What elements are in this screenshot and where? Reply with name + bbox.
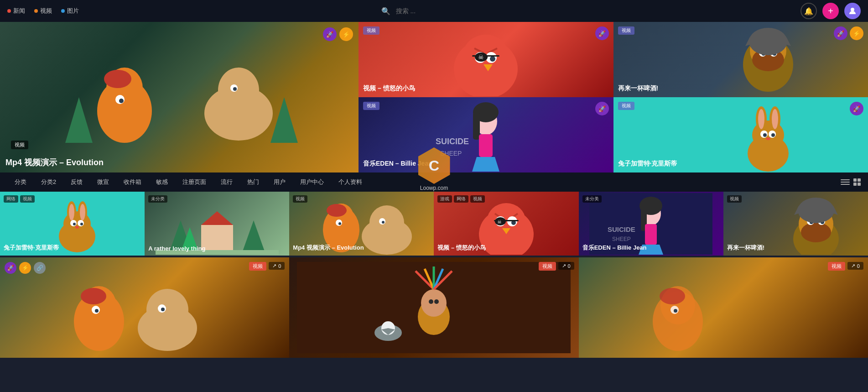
sub-title-3: 音乐EDEN – Billie Jean <box>363 160 432 168</box>
svg-point-121 <box>421 289 447 317</box>
svg-point-46 <box>758 109 764 129</box>
svg-rect-37 <box>473 112 480 140</box>
card-1-title: A rather lovely thing <box>148 245 286 252</box>
nav-item-news[interactable]: 新闻 <box>7 7 25 15</box>
share-count-0: 0 <box>278 263 281 269</box>
share-icon-0: ↗ <box>272 263 276 269</box>
subnav-sensitive[interactable]: 敏感 <box>149 172 175 192</box>
hero-sub-2[interactable]: 视频 再来一杯啤酒! 🚀 ⚡ <box>613 22 868 97</box>
hero-sub-4[interactable]: 视频 兔子加雷特·克里斯蒂 🚀 <box>613 97 868 172</box>
svg-point-127 <box>429 299 433 304</box>
bottom-card-2[interactable]: 视频 ↗ 0 <box>579 257 868 358</box>
svg-point-51 <box>771 133 775 137</box>
content-card-5[interactable]: 视频 再来一杯啤酒! <box>723 192 868 256</box>
hero-flash-button[interactable]: ⚡ <box>339 27 353 41</box>
svg-point-32 <box>749 28 787 55</box>
svg-rect-132 <box>587 262 860 353</box>
bottom-card-0[interactable]: 🚀 ⚡ 🔗 视频 ↗ 0 <box>0 257 289 358</box>
content-card-3[interactable]: ☠ 游戏 网络 视频 视频 – 愤怒的小鸟 <box>434 192 578 256</box>
svg-point-101 <box>801 222 831 242</box>
hero-main-title: Mp4 视频演示 – Evolution <box>5 158 104 167</box>
card-3-tag-1: 网络 <box>454 195 468 203</box>
sub-rocket-4[interactable]: 🚀 <box>850 102 863 115</box>
subnav-feedback[interactable]: 反馈 <box>63 172 90 192</box>
sub-badge-2: 视频 <box>618 26 634 35</box>
svg-text:SHEEP: SHEEP <box>612 236 631 242</box>
svg-marker-39 <box>472 157 499 172</box>
card-0-tag-1: 视频 <box>20 195 35 203</box>
card-4-tag-0: 未分美 <box>582 195 602 203</box>
svg-point-72 <box>327 204 347 217</box>
svg-point-0 <box>851 8 854 11</box>
bell-button[interactable]: 🔔 <box>800 3 817 19</box>
share-icon-1: ↗ <box>562 263 566 269</box>
card-2-tag-0: 视频 <box>293 195 307 203</box>
card-4-tags: 未分美 <box>582 195 602 203</box>
list-view-button[interactable] <box>841 179 850 185</box>
hero-sub-3[interactable]: SUICIDE SHEEP 视频 音乐EDEN – Billie Jean 🚀 <box>359 97 613 172</box>
subnav-users[interactable]: 用户 <box>266 172 293 192</box>
svg-point-62 <box>80 223 83 225</box>
card-3-tags: 游戏 网络 视频 <box>437 195 485 203</box>
svg-marker-12 <box>270 97 298 143</box>
card-5-tag-0: 视频 <box>727 195 742 203</box>
card-2-title: Mp4 视频演示 – Evolution <box>293 244 430 252</box>
subnav-profile[interactable]: 个人资料 <box>331 172 369 192</box>
bottom-card-2-background <box>579 257 868 358</box>
subnav-right-controls <box>841 178 861 186</box>
subnav-register[interactable]: 注册页面 <box>175 172 213 192</box>
content-card-4[interactable]: SUICIDE SHEEP 未分美 音乐EDEN – Billie Jean <box>579 192 723 256</box>
nav-right: 🔔 + <box>800 3 861 19</box>
sub-badge-3: 视频 <box>363 102 379 110</box>
bottom-section: 🚀 ⚡ 🔗 视频 ↗ 0 <box>0 256 868 358</box>
hero-main-card[interactable]: 视频 Mp4 视频演示 – Evolution 🚀 ⚡ <box>0 22 359 172</box>
sub-rocket-1[interactable]: 🚀 <box>595 26 609 40</box>
sub-title-4: 兔子加雷特·克里斯蒂 <box>618 160 677 168</box>
sub-flash-2[interactable]: ⚡ <box>850 26 863 40</box>
card-1-tag-0: 未分类 <box>148 195 167 203</box>
bottom-card-1[interactable]: 视频 ↗ 0 <box>289 257 578 358</box>
subnav-hot[interactable]: 热门 <box>240 172 266 192</box>
content-card-0[interactable]: 网络 视频 兔子加雷特·克里斯蒂 <box>0 192 145 256</box>
bottom-flash-0[interactable]: ⚡ <box>19 262 31 274</box>
watermark-text: Loowp.com <box>420 185 448 191</box>
sub-rocket-2[interactable]: 🚀 <box>834 26 847 40</box>
subnav-user-center[interactable]: 用户中心 <box>293 172 331 192</box>
svg-rect-1 <box>42 29 316 166</box>
subnav-categories2[interactable]: 分类2 <box>34 172 63 192</box>
share-icon-2: ↗ <box>851 263 855 269</box>
news-label: 新闻 <box>13 7 25 15</box>
card-3-tag-2: 视频 <box>470 195 485 203</box>
content-card-2[interactable]: 视频 Mp4 视频演示 – Evolution <box>289 192 434 256</box>
nav-item-video[interactable]: 视频 <box>34 7 52 15</box>
svg-text:SHEEP: SHEEP <box>440 150 462 157</box>
hero-sub-1[interactable]: ☠ 视频 视频 – 愤怒的小鸟 🚀 <box>359 22 613 97</box>
subnav-inbox[interactable]: 收件箱 <box>116 172 149 192</box>
card-3-tag-0: 游戏 <box>437 195 452 203</box>
add-button[interactable]: + <box>822 3 839 19</box>
nav-item-images[interactable]: 图片 <box>61 7 79 15</box>
svg-point-116 <box>146 289 188 331</box>
avatar-button[interactable] <box>844 3 861 19</box>
video-label: 视频 <box>40 7 52 15</box>
sub-rocket-3[interactable]: 🚀 <box>595 102 609 115</box>
grid-view-button[interactable] <box>853 178 861 186</box>
card-3-title: 视频 – 愤怒的小鸟 <box>437 244 575 252</box>
search-bar: 🔍 <box>381 7 487 16</box>
bottom-share-0[interactable]: ↗ 0 <box>269 262 285 270</box>
search-input[interactable] <box>396 7 487 15</box>
content-card-1[interactable]: 未分类 A rather lovely thing <box>145 192 289 256</box>
svg-point-6 <box>119 99 124 103</box>
svg-point-118 <box>161 308 165 311</box>
bottom-share-1[interactable]: ↗ 0 <box>558 262 574 270</box>
subnav-popular[interactable]: 流行 <box>213 172 240 192</box>
svg-point-8 <box>218 68 259 113</box>
svg-point-74 <box>338 222 341 225</box>
bottom-rocket-0[interactable]: 🚀 <box>5 262 16 274</box>
subnav-categories[interactable]: 分类 <box>7 172 34 192</box>
hero-main-icons: 🚀 ⚡ <box>323 27 353 41</box>
hero-rocket-button[interactable]: 🚀 <box>323 27 337 41</box>
subnav-promo[interactable]: 微宣 <box>90 172 116 192</box>
bottom-link-0[interactable]: 🔗 <box>34 262 46 274</box>
bottom-share-2[interactable]: ↗ 0 <box>847 262 863 270</box>
